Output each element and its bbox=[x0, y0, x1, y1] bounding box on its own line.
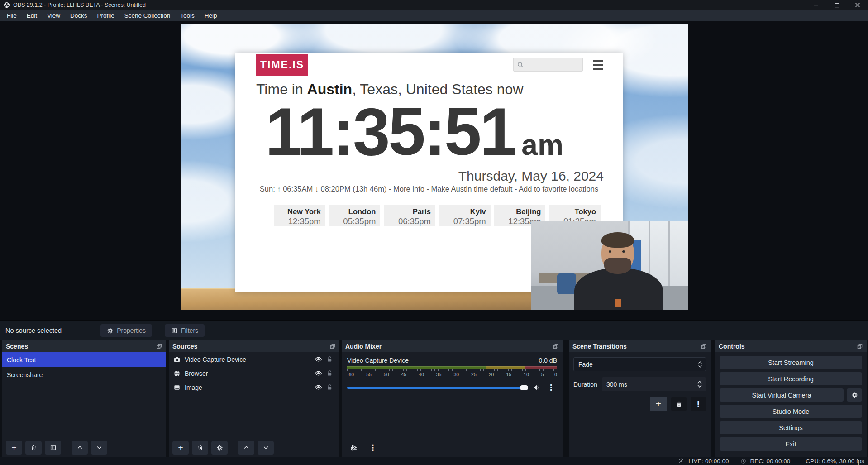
clock-ampm: am bbox=[521, 128, 563, 162]
exit-button[interactable]: Exit bbox=[720, 437, 862, 451]
spin-up-icon[interactable] bbox=[697, 380, 702, 384]
add-source-button[interactable]: + bbox=[172, 441, 189, 455]
globe-icon bbox=[173, 370, 181, 377]
controls-header[interactable]: Controls bbox=[715, 340, 867, 352]
cpu-fps-stats: CPU: 0.6%, 30.00 fps bbox=[806, 458, 864, 465]
timeis-search-box bbox=[513, 58, 583, 72]
source-item-image[interactable]: Image bbox=[169, 380, 339, 394]
remove-scene-button[interactable] bbox=[25, 441, 42, 455]
mixer-channel-name: Video Capture Device bbox=[347, 357, 409, 364]
speaker-icon[interactable] bbox=[533, 384, 541, 392]
virtual-camera-settings-button[interactable] bbox=[847, 388, 862, 402]
menu-scene-collection[interactable]: Scene Collection bbox=[119, 10, 175, 21]
scenes-panel-header[interactable]: Scenes bbox=[2, 340, 166, 352]
timeis-sun-line: Sun: ↑ 06:35AM ↓ 08:20PM (13h 46m) - Mor… bbox=[235, 185, 623, 193]
popout-icon[interactable] bbox=[701, 343, 707, 350]
minimize-button[interactable] bbox=[806, 0, 826, 10]
transition-properties-button[interactable]: ⋮ bbox=[691, 397, 706, 411]
menu-file[interactable]: File bbox=[2, 10, 22, 21]
popout-icon[interactable] bbox=[156, 343, 162, 350]
popout-icon[interactable] bbox=[553, 343, 559, 350]
filters-button[interactable]: Filters bbox=[165, 324, 205, 337]
menu-view[interactable]: View bbox=[42, 10, 65, 21]
city-box: New York12:35pm bbox=[274, 205, 325, 226]
combo-arrows-icon bbox=[694, 358, 706, 371]
menu-help[interactable]: Help bbox=[200, 10, 222, 21]
mixer-menu-button[interactable]: ⋮ bbox=[365, 441, 381, 455]
obs-logo-icon bbox=[4, 2, 10, 8]
source-properties-button[interactable] bbox=[211, 441, 228, 455]
meter-scale: -60-55-50-45-40-35-30-25-20-15-10-50 bbox=[347, 372, 557, 377]
lock-icon[interactable] bbox=[326, 356, 333, 363]
mixer-level-db: 0.0 dB bbox=[539, 357, 557, 364]
scene-item-screenshare[interactable]: Screenshare bbox=[2, 367, 166, 382]
menu-profile[interactable]: Profile bbox=[92, 10, 119, 21]
dock-area: Scenes Clock Test Screenshare + bbox=[0, 340, 868, 457]
properties-button[interactable]: Properties bbox=[100, 324, 152, 337]
remove-source-button[interactable] bbox=[192, 441, 208, 455]
webcam-video-source[interactable] bbox=[531, 221, 688, 310]
studio-mode-button[interactable]: Studio Mode bbox=[720, 405, 862, 418]
duration-label: Duration bbox=[573, 381, 597, 388]
program-canvas[interactable]: TIME.IS Time in Austin, Texas, United St… bbox=[181, 24, 688, 310]
start-virtual-camera-button[interactable]: Start Virtual Camera bbox=[720, 388, 844, 402]
scenes-panel: Scenes Clock Test Screenshare + bbox=[2, 340, 166, 457]
volume-slider[interactable] bbox=[347, 387, 528, 389]
rec-time: REC: 00:00:00 bbox=[750, 458, 791, 465]
popout-icon[interactable] bbox=[329, 343, 336, 350]
controls-panel: Controls Start Streaming Start Recording… bbox=[715, 340, 867, 457]
move-source-down-button[interactable] bbox=[258, 441, 274, 455]
timeis-date: Thursday, May 16, 2024 bbox=[458, 168, 604, 184]
preview-area: TIME.IS Time in Austin, Texas, United St… bbox=[0, 21, 868, 320]
timeis-clock: 11:35:51 am bbox=[265, 98, 563, 165]
transition-select[interactable]: Fade bbox=[573, 357, 706, 371]
scene-filters-button[interactable] bbox=[45, 441, 61, 455]
stream-signal-icon bbox=[677, 457, 685, 465]
gear-icon bbox=[107, 327, 114, 334]
maximize-button[interactable] bbox=[826, 0, 847, 10]
popout-icon[interactable] bbox=[857, 343, 863, 350]
volume-meter bbox=[347, 366, 557, 369]
city-box: London05:35pm bbox=[329, 205, 381, 226]
source-selection-bar: No source selected Properties Filters bbox=[0, 320, 868, 340]
more-info-link: More info bbox=[393, 185, 424, 193]
visibility-eye-icon[interactable] bbox=[315, 369, 322, 377]
add-scene-button[interactable]: + bbox=[6, 441, 22, 455]
favorite-link: Add to favorite locations bbox=[519, 185, 598, 193]
live-time: LIVE: 00:00:00 bbox=[688, 458, 729, 465]
city-box: Kyiv07:35pm bbox=[439, 205, 491, 226]
move-scene-up-button[interactable] bbox=[72, 441, 88, 455]
visibility-eye-icon[interactable] bbox=[315, 355, 322, 363]
menu-tools[interactable]: Tools bbox=[175, 10, 200, 21]
advanced-audio-sliders-icon[interactable] bbox=[345, 441, 362, 455]
visibility-eye-icon[interactable] bbox=[315, 384, 322, 391]
start-recording-button[interactable]: Start Recording bbox=[720, 372, 862, 385]
status-bar: LIVE: 00:00:00 REC: 00:00:00 CPU: 0.6%, … bbox=[0, 457, 868, 465]
camera-icon bbox=[173, 356, 181, 363]
search-icon bbox=[516, 61, 525, 69]
duration-spinbox[interactable]: 300 ms bbox=[602, 377, 706, 391]
start-streaming-button[interactable]: Start Streaming bbox=[720, 356, 862, 369]
mixer-toolbar: ⋮ bbox=[342, 438, 563, 457]
scene-transitions-panel: Scene Transitions Fade Duration 300 ms bbox=[569, 340, 711, 457]
lock-icon[interactable] bbox=[326, 384, 333, 391]
scene-transitions-header[interactable]: Scene Transitions bbox=[569, 340, 711, 352]
source-item-video-capture[interactable]: Video Capture Device bbox=[169, 352, 339, 366]
remove-transition-button[interactable] bbox=[671, 397, 687, 411]
scene-item-clock-test[interactable]: Clock Test bbox=[2, 352, 166, 367]
move-source-up-button[interactable] bbox=[238, 441, 254, 455]
menu-docks[interactable]: Docks bbox=[65, 10, 92, 21]
source-item-browser[interactable]: Browser bbox=[169, 366, 339, 380]
menu-edit[interactable]: Edit bbox=[22, 10, 42, 21]
sources-panel-header[interactable]: Sources bbox=[169, 340, 339, 352]
volume-slider-handle[interactable] bbox=[520, 385, 528, 390]
spin-down-icon[interactable] bbox=[697, 384, 702, 388]
audio-mixer-header[interactable]: Audio Mixer bbox=[342, 340, 563, 352]
mixer-channel-menu-button[interactable]: ⋮ bbox=[545, 381, 557, 394]
close-button[interactable] bbox=[847, 0, 868, 10]
settings-button[interactable]: Settings bbox=[720, 421, 862, 434]
move-scene-down-button[interactable] bbox=[91, 441, 107, 455]
audio-mixer-panel: Audio Mixer Video Capture Device 0.0 dB … bbox=[342, 340, 563, 457]
add-transition-button[interactable]: + bbox=[650, 397, 667, 411]
lock-icon[interactable] bbox=[326, 370, 333, 377]
